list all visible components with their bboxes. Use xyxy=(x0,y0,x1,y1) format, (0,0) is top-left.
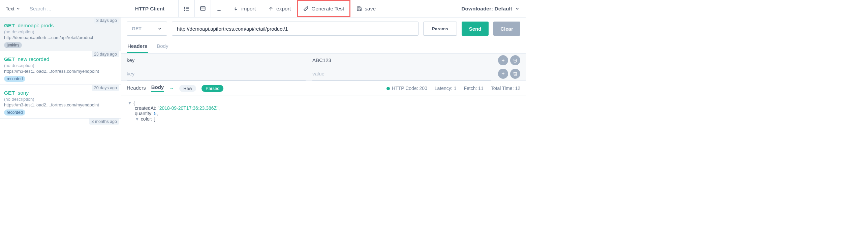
app-title: HTTP Client xyxy=(121,0,179,17)
url-input[interactable] xyxy=(172,22,418,36)
plus-icon xyxy=(501,71,505,76)
delete-header-button[interactable] xyxy=(510,55,520,65)
method-label: GET xyxy=(4,56,15,62)
list-icon xyxy=(184,6,190,12)
chevron-down-icon xyxy=(16,7,20,11)
import-label: import xyxy=(241,6,256,12)
item-desc: (no description) xyxy=(4,97,117,102)
item-name: new recorded xyxy=(18,56,50,62)
plus-icon xyxy=(501,58,505,63)
svg-point-4 xyxy=(184,8,185,9)
collapse-toggle[interactable]: ▼ xyxy=(135,116,140,122)
method-label: GET xyxy=(4,23,15,28)
arrow-right-icon: → xyxy=(169,86,174,91)
minimize-button[interactable] xyxy=(211,0,227,17)
json-number: 5 xyxy=(154,111,157,116)
panel-view-button[interactable] xyxy=(195,0,211,17)
send-button[interactable]: Send xyxy=(462,22,489,36)
row-actions xyxy=(498,69,520,79)
headers-editor xyxy=(121,54,526,81)
header-row xyxy=(121,54,526,67)
export-icon xyxy=(268,6,274,11)
sidebar-header: Text xyxy=(0,0,121,18)
downloader-label: Downloader: Default xyxy=(461,6,512,12)
add-header-button[interactable] xyxy=(498,69,508,79)
resp-tab-headers[interactable]: Headers xyxy=(127,85,146,92)
svg-point-3 xyxy=(184,7,185,7)
item-time: 20 days ago xyxy=(92,85,119,91)
search-mode-label: Text xyxy=(6,6,14,11)
header-value-input[interactable] xyxy=(312,54,491,67)
chevron-down-icon xyxy=(157,26,162,31)
latency: Latency: 1 xyxy=(435,86,457,91)
response-meta: HTTP Code: 200 Latency: 1 Fetch: 11 Tota… xyxy=(386,86,520,91)
search-mode-dropdown[interactable]: Text xyxy=(0,0,26,17)
import-icon xyxy=(233,6,239,11)
save-button[interactable]: save xyxy=(350,0,382,17)
list-item[interactable]: 8 months ago xyxy=(0,119,121,123)
generate-test-label: Generate Test xyxy=(311,6,344,12)
item-name: demoapi: prods xyxy=(18,23,54,28)
wand-icon xyxy=(303,6,309,11)
request-tabs: Headers Body xyxy=(121,40,526,54)
fetch-time: Fetch: 11 xyxy=(464,86,483,91)
method-value: GET xyxy=(132,26,142,31)
params-button[interactable]: Params xyxy=(423,22,457,36)
total-time: Total Time: 12 xyxy=(491,86,520,91)
delete-header-button[interactable] xyxy=(510,69,520,79)
item-desc: (no description) xyxy=(4,29,117,34)
list-view-button[interactable] xyxy=(179,0,195,17)
svg-rect-6 xyxy=(200,7,205,10)
header-key-input[interactable] xyxy=(127,54,306,67)
header-value-input[interactable] xyxy=(312,67,491,80)
save-label: save xyxy=(365,6,376,12)
header-row xyxy=(121,67,526,80)
json-key: quantity: xyxy=(135,111,153,116)
item-tag: recorded xyxy=(4,109,25,116)
item-url: http://demoapi.apifortr....com/api/retai… xyxy=(4,35,117,40)
panel-icon xyxy=(200,6,206,12)
item-time: 8 months ago xyxy=(89,119,119,125)
search-input[interactable] xyxy=(30,6,118,11)
downloader-dropdown[interactable]: Downloader: Default xyxy=(455,0,526,17)
trash-icon xyxy=(513,58,518,63)
item-url: https://m3-test1.load2....fortress.com/m… xyxy=(4,69,117,74)
chevron-down-icon xyxy=(515,6,520,11)
clear-button[interactable]: Clear xyxy=(493,22,520,36)
saved-requests-list: 3 days ago GET demoapi: prods (no descri… xyxy=(0,18,121,139)
response-body: ▼{ createdAt: "2018-09-20T17:36:23.386Z"… xyxy=(121,96,526,126)
view-parsed-button[interactable]: Parsed xyxy=(202,85,223,92)
search-container xyxy=(26,0,121,17)
list-item[interactable]: 23 days ago GET new recorded (no descrip… xyxy=(0,51,121,85)
import-button[interactable]: import xyxy=(227,0,262,17)
item-time: 3 days ago xyxy=(94,18,119,24)
svg-point-5 xyxy=(184,10,185,10)
item-tag: jenkins xyxy=(4,42,22,48)
resp-tab-body[interactable]: Body xyxy=(151,84,164,92)
tab-headers[interactable]: Headers xyxy=(127,40,148,53)
view-raw-button[interactable]: Raw xyxy=(179,85,196,92)
list-item[interactable]: 3 days ago GET demoapi: prods (no descri… xyxy=(0,18,121,51)
list-item[interactable]: 20 days ago GET sony (no description) ht… xyxy=(0,85,121,119)
item-time: 23 days ago xyxy=(92,51,119,57)
svg-line-11 xyxy=(307,6,308,7)
collapse-toggle[interactable]: ▼ xyxy=(127,100,132,105)
item-desc: (no description) xyxy=(4,63,117,68)
http-code: HTTP Code: 200 xyxy=(386,86,427,91)
header-key-input[interactable] xyxy=(127,67,306,80)
json-string: "2018-09-20T17:36:23.386Z" xyxy=(158,105,218,111)
main-panel: HTTP Client import export Generate Test xyxy=(121,0,526,139)
export-button[interactable]: export xyxy=(262,0,297,17)
toolbar-spacer xyxy=(382,0,455,17)
method-label: GET xyxy=(4,90,15,96)
add-header-button[interactable] xyxy=(498,55,508,65)
method-select[interactable]: GET xyxy=(127,22,167,36)
generate-test-button[interactable]: Generate Test xyxy=(297,0,350,17)
trash-icon xyxy=(513,71,518,76)
row-actions xyxy=(498,55,520,65)
json-key: createdAt: xyxy=(135,105,156,111)
item-url: https://m3-test1.load2....fortress.com/m… xyxy=(4,102,117,107)
json-key: color: xyxy=(141,116,152,122)
sidebar: Text 3 days ago GET demoapi: prods (no d… xyxy=(0,0,121,139)
tab-body[interactable]: Body xyxy=(156,40,169,53)
